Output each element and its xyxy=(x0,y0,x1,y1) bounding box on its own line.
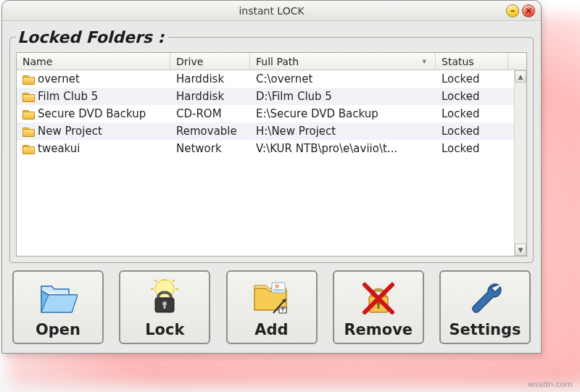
folder-icon xyxy=(22,91,35,101)
close-icon[interactable]: ✕ xyxy=(522,4,535,17)
lock-button[interactable]: Lock xyxy=(119,270,210,344)
row-path: V:\KUR NTB\pro\e\aviio\t... xyxy=(250,142,436,155)
row-path: D:\Film Club 5 xyxy=(250,90,436,103)
svg-line-6 xyxy=(173,280,175,282)
app-window: instant LOCK – ✕ Locked Folders : Name D… xyxy=(1,0,542,354)
lock-icon xyxy=(144,278,185,318)
row-drive: Network xyxy=(170,142,250,155)
table-row[interactable]: tweakuiNetworkV:\KUR NTB\pro\e\aviio\t..… xyxy=(17,140,526,157)
folder-icon xyxy=(22,109,35,119)
row-name: tweakui xyxy=(38,142,80,155)
open-folder-icon xyxy=(38,278,78,318)
settings-label: Settings xyxy=(449,321,521,338)
settings-button[interactable]: Settings xyxy=(439,270,531,344)
folders-table: Name Drive Full Path Status overnetHardd… xyxy=(16,52,527,257)
svg-rect-12 xyxy=(273,289,283,291)
row-name: Secure DVD Backup xyxy=(38,107,146,120)
scroll-down-icon[interactable]: ▼ xyxy=(515,243,526,256)
table-row[interactable]: overnetHarddiskC:\overnetLocked xyxy=(17,70,526,88)
folder-icon xyxy=(22,143,35,154)
row-drive: CD-ROM xyxy=(170,107,250,120)
row-name: overnet xyxy=(38,72,80,86)
row-status: Locked xyxy=(436,107,508,120)
row-name: New Project xyxy=(38,125,102,138)
row-path: C:\overnet xyxy=(250,72,436,86)
table-row[interactable]: Film Club 5HarddiskD:\Film Club 5Locked xyxy=(17,88,526,105)
add-label: Add xyxy=(254,321,288,338)
vertical-scrollbar[interactable]: ▲ ▼ xyxy=(514,70,526,256)
minimize-icon[interactable]: – xyxy=(506,4,519,17)
wrench-icon xyxy=(465,278,505,318)
svg-rect-18 xyxy=(377,304,379,309)
remove-label: Remove xyxy=(344,321,413,338)
add-button[interactable]: Add xyxy=(226,270,318,344)
add-folder-icon xyxy=(252,278,292,318)
row-status: Locked xyxy=(436,90,508,103)
table-header: Name Drive Full Path Status xyxy=(17,53,526,70)
lock-label: Lock xyxy=(145,321,184,338)
row-name: Film Club 5 xyxy=(38,90,98,103)
col-header-drive[interactable]: Drive xyxy=(170,53,250,70)
col-header-status[interactable]: Status xyxy=(436,53,508,70)
folder-icon xyxy=(22,74,35,84)
row-drive: Harddisk xyxy=(170,72,250,86)
row-status: Locked xyxy=(436,125,508,138)
open-label: Open xyxy=(36,321,80,338)
row-status: Locked xyxy=(436,72,508,86)
group-legend: Locked Folders : xyxy=(16,28,168,46)
row-drive: Removable xyxy=(170,125,250,138)
row-drive: Harddisk xyxy=(170,90,250,103)
remove-button[interactable]: Remove xyxy=(333,270,424,344)
remove-lock-icon xyxy=(358,278,399,318)
svg-rect-9 xyxy=(164,304,166,309)
toolbar: Open xyxy=(9,270,534,344)
folder-icon xyxy=(22,126,35,136)
locked-folders-group: Locked Folders : Name Drive Full Path St… xyxy=(9,28,534,263)
titlebar[interactable]: instant LOCK – ✕ xyxy=(2,1,541,21)
col-header-end xyxy=(508,53,526,70)
row-status: Locked xyxy=(436,142,508,155)
row-path: E:\Secure DVD Backup xyxy=(250,107,436,120)
svg-point-11 xyxy=(275,284,279,288)
scroll-up-icon[interactable]: ▲ xyxy=(515,70,526,83)
col-header-name[interactable]: Name xyxy=(17,53,170,70)
table-row[interactable]: New ProjectRemovableH:\New ProjectLocked xyxy=(17,122,526,140)
col-header-path[interactable]: Full Path xyxy=(250,53,436,70)
svg-line-5 xyxy=(154,280,157,282)
row-path: H:\New Project xyxy=(250,125,436,138)
window-title: instant LOCK xyxy=(239,5,304,17)
table-row[interactable]: Secure DVD BackupCD-ROME:\Secure DVD Bac… xyxy=(17,105,526,122)
watermark: wsxdn.com xyxy=(528,380,573,389)
open-button[interactable]: Open xyxy=(12,270,104,344)
